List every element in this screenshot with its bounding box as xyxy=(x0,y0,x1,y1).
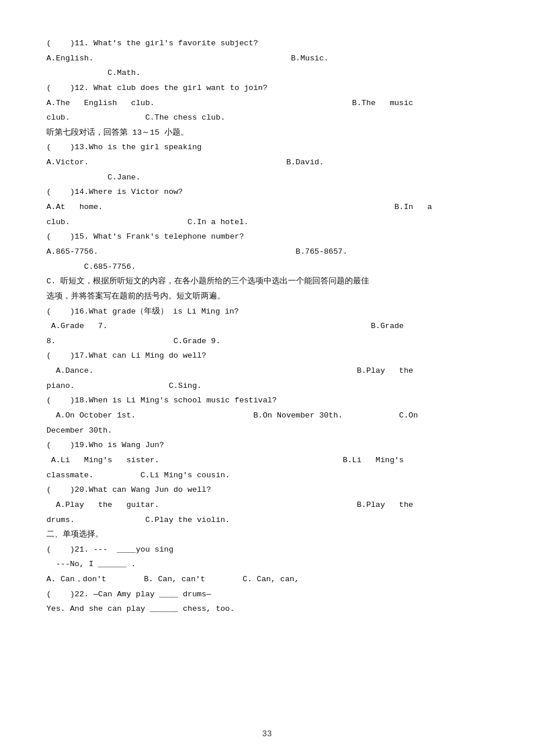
text-line-38: A. Can，don't B. Can, can't C. Can, can, xyxy=(46,572,488,587)
text-line-22: A.Dance. B.Play the xyxy=(46,363,488,379)
text-line-9: C.Jane. xyxy=(46,170,488,185)
text-line-29: classmate. C.Li Ming's cousin. xyxy=(46,468,488,483)
text-line-2: C.Math. xyxy=(46,66,488,81)
text-line-25: A.On October 1st. B.On November 30th. C.… xyxy=(46,408,488,423)
text-line-23: piano. C.Sing. xyxy=(46,379,488,394)
text-line-3: ( )12. What club does the girl want to j… xyxy=(46,81,488,96)
text-line-7: ( )13.Who is the girl speaking xyxy=(46,140,488,155)
page-number: 33 xyxy=(262,729,272,739)
text-line-18: ( )16.What grade（年级） is Li Ming in? xyxy=(46,304,488,319)
text-line-21: ( )17.What can Li Ming do well? xyxy=(46,348,488,363)
text-line-34: ( )21. --- ____you sing xyxy=(46,542,488,557)
text-line-24: ( )18.When is Li Ming's school music fes… xyxy=(46,393,488,408)
text-line-1: A.English. B.Music. xyxy=(46,51,488,66)
text-line-16: C. 听短文，根据所听短文的内容，在各小题所给的三个选项中选出一个能回答问题的最… xyxy=(46,274,488,289)
text-line-26: December 30th. xyxy=(46,423,488,438)
text-line-19: A.Grade 7. B.Grade xyxy=(46,319,488,334)
text-line-13: ( )15. What's Frank's telephone number? xyxy=(46,229,488,244)
text-line-30: ( )20.What can Wang Jun do well? xyxy=(46,483,488,498)
text-line-12: club. C.In a hotel. xyxy=(46,215,488,230)
text-line-0: ( )11. What's the girl's favorite subjec… xyxy=(46,36,488,51)
text-line-8: A.Victor. B.David. xyxy=(46,155,488,170)
text-line-40: ( )22. —Can Amy play ____ drums— xyxy=(46,587,488,602)
text-line-15: C.685-7756. xyxy=(46,260,488,275)
text-line-17: 选项，并将答案写在题前的括号内。短文听两遍。 xyxy=(46,289,488,304)
text-line-20: 8. C.Grade 9. xyxy=(46,334,488,349)
text-line-31: A.Play the guitar. B.Play the xyxy=(46,498,488,513)
text-line-27: ( )19.Who is Wang Jun? xyxy=(46,438,488,453)
page-content: ( )11. What's the girl's favorite subjec… xyxy=(0,0,534,663)
text-line-42: Yes. And she can play ______ chess, too. xyxy=(46,602,488,617)
text-line-4: A.The English club. B.The music xyxy=(46,96,488,111)
text-line-28: A.Li Ming's sister. B.Li Ming's xyxy=(46,453,488,468)
text-line-6: 听第七段对话，回答第 13～15 小题。 xyxy=(46,125,488,141)
text-line-36: ---No, I ______ . xyxy=(46,557,488,572)
text-line-32: drums. C.Play the violin. xyxy=(46,513,488,528)
text-line-10: ( )14.Where is Victor now? xyxy=(46,185,488,200)
text-line-14: A.865-7756. B.765-8657. xyxy=(46,244,488,260)
text-line-11: A.At home. B.In a xyxy=(46,200,488,215)
text-line-5: club. C.The chess club. xyxy=(46,110,488,125)
text-line-33: 二、单项选择。 xyxy=(46,527,488,542)
